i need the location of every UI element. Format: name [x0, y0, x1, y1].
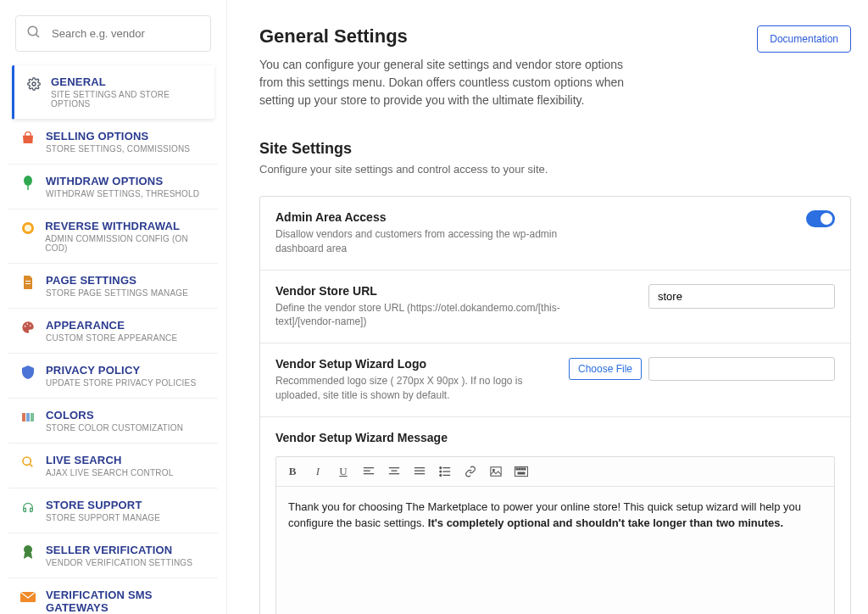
svg-rect-6: [25, 281, 31, 282]
svg-rect-40: [518, 472, 525, 474]
sidebar-item-seller-verification[interactable]: SELLER VERIFICATIONVENDOR VERIFICATION S…: [8, 533, 218, 578]
svg-point-0: [28, 26, 37, 36]
svg-rect-36: [516, 468, 518, 470]
underline-icon[interactable]: U: [336, 464, 351, 479]
sidebar-item-subtitle: STORE PAGE SETTINGS MANAGE: [46, 288, 188, 298]
sidebar-item-subtitle: VENDOR VERIFICATION SETTINGS: [46, 558, 192, 567]
sidebar-item-colors[interactable]: COLORSSTORE COLOR CUSTOMIZATION: [8, 399, 218, 444]
sidebar-item-page-settings[interactable]: PAGE SETTINGSSTORE PAGE SETTINGS MANAGE: [8, 264, 218, 309]
svg-rect-7: [25, 283, 31, 284]
row-title: Vendor Setup Wizard Message: [275, 431, 835, 444]
row-desc: Disallow vendors and customers from acce…: [275, 227, 581, 256]
shield-icon: [20, 365, 36, 380]
admin-access-toggle[interactable]: [806, 210, 835, 227]
row-vendor-store-url: Vendor Store URL Define the vendor store…: [260, 271, 850, 344]
row-wizard-logo: Vendor Setup Wizard Logo Recommended log…: [260, 343, 850, 417]
sidebar-item-general[interactable]: GENERALSITE SETTINGS AND STORE OPTIONS: [12, 65, 214, 120]
svg-line-1: [36, 34, 39, 37]
sidebar-item-subtitle: CUSTOM STORE APPEARANCE: [46, 333, 177, 343]
row-title: Admin Area Access: [275, 210, 789, 224]
sidebar-item-store-support[interactable]: STORE SUPPORTSTORE SUPPORT MANAGE: [8, 488, 218, 533]
editor-content[interactable]: Thank you for choosing The Marketplace t…: [276, 487, 834, 614]
page-title: General Settings: [259, 25, 632, 47]
keyboard-icon[interactable]: [514, 464, 529, 479]
italic-icon[interactable]: I: [310, 464, 326, 479]
swatch-icon: [20, 410, 36, 425]
svg-rect-11: [22, 413, 25, 421]
align-center-icon[interactable]: [387, 464, 402, 479]
sidebar-item-title: STORE SUPPORT: [46, 499, 160, 511]
sidebar-item-appearance[interactable]: APPEARANCECUSTOM STORE APPEARANCE: [8, 309, 218, 354]
coin-icon: [20, 220, 35, 236]
page-icon: [20, 275, 36, 290]
logo-file-display: [648, 357, 835, 381]
search-input[interactable]: [52, 27, 200, 40]
settings-sidebar: GENERALSITE SETTINGS AND STORE OPTIONSSE…: [0, 0, 227, 614]
svg-rect-13: [31, 413, 34, 421]
sidebar-item-title: LIVE SEARCH: [46, 454, 173, 466]
sidebar-item-subtitle: STORE SUPPORT MANAGE: [46, 513, 160, 522]
sidebar-item-title: SELLING OPTIONS: [46, 130, 190, 142]
main-content: General Settings You can configure your …: [227, 0, 868, 614]
link-icon[interactable]: [463, 464, 478, 479]
sidebar-item-subtitle: SITE SETTINGS AND STORE OPTIONS: [51, 90, 203, 109]
balloon-icon: [20, 176, 36, 191]
sidebar-item-privacy-policy[interactable]: PRIVACY POLICYUPDATE STORE PRIVACY POLIC…: [8, 354, 218, 399]
svg-point-34: [492, 469, 494, 471]
choose-file-button[interactable]: Choose File: [569, 358, 642, 380]
section-subtitle: Configure your site settings and control…: [259, 163, 851, 176]
palette-icon: [20, 320, 36, 335]
search-icon: [26, 25, 42, 42]
badge-icon: [20, 544, 36, 560]
svg-rect-38: [521, 468, 523, 470]
row-admin-area-access: Admin Area Access Disallow vendors and c…: [260, 197, 850, 271]
gear-icon: [26, 76, 41, 92]
list-icon[interactable]: [437, 464, 453, 479]
sidebar-item-title: PRIVACY POLICY: [46, 364, 196, 377]
sidebar-item-live-search[interactable]: LIVE SEARCHAJAX LIVE SEARCH CONTROL: [8, 444, 218, 488]
headset-icon: [20, 500, 36, 515]
svg-point-5: [25, 225, 31, 232]
documentation-button[interactable]: Documentation: [757, 25, 851, 53]
rich-text-editor: B I U Thank you for choosing The Marketp…: [275, 456, 835, 614]
svg-point-9: [26, 323, 28, 325]
image-icon[interactable]: [488, 464, 504, 479]
sidebar-item-verification-sms-gateways[interactable]: VERIFICATION SMS GATEWAYSSMS GATEWAY VER…: [8, 578, 218, 614]
sidebar-item-selling-options[interactable]: SELLING OPTIONSSTORE SETTINGS, COMMISSIO…: [8, 120, 218, 165]
align-left-icon[interactable]: [361, 464, 376, 479]
sidebar-item-subtitle: UPDATE STORE PRIVACY POLICIES: [46, 378, 196, 388]
sidebar-item-title: WITHDRAW OPTIONS: [46, 175, 199, 187]
sidebar-nav: GENERALSITE SETTINGS AND STORE OPTIONSSE…: [8, 65, 218, 614]
sms-icon: [20, 589, 36, 605]
sidebar-item-title: SELLER VERIFICATION: [46, 544, 192, 556]
bold-icon[interactable]: B: [285, 464, 300, 479]
svg-rect-37: [519, 468, 520, 470]
sidebar-item-title: COLORS: [46, 409, 183, 421]
row-desc: Recommended logo size ( 270px X 90px ). …: [275, 374, 552, 403]
editor-toolbar: B I U: [276, 457, 834, 487]
row-title: Vendor Setup Wizard Logo: [275, 357, 552, 371]
sidebar-item-subtitle: WITHDRAW SETTINGS, THRESHOLD: [46, 189, 199, 198]
sidebar-item-withdraw-options[interactable]: WITHDRAW OPTIONSWITHDRAW SETTINGS, THRES…: [8, 165, 218, 209]
sidebar-search[interactable]: [15, 15, 211, 52]
sidebar-item-title: REVERSE WITHDRAWAL: [45, 220, 206, 232]
svg-rect-12: [26, 413, 30, 421]
svg-point-27: [440, 467, 442, 469]
sidebar-item-reverse-withdrawal[interactable]: REVERSE WITHDRAWALADMIN COMMISSION CONFI…: [8, 209, 218, 264]
settings-table: Admin Area Access Disallow vendors and c…: [259, 196, 851, 614]
vendor-store-url-input[interactable]: [648, 284, 835, 309]
svg-point-3: [24, 176, 32, 186]
svg-point-16: [24, 545, 32, 554]
svg-point-2: [32, 82, 36, 86]
svg-point-14: [23, 457, 31, 465]
align-justify-icon[interactable]: [412, 464, 427, 479]
sidebar-item-subtitle: AJAX LIVE SEARCH CONTROL: [46, 468, 173, 477]
row-wizard-message: Vendor Setup Wizard Message B I U: [260, 417, 850, 614]
row-title: Vendor Store URL: [275, 284, 632, 298]
svg-point-29: [440, 471, 442, 472]
sidebar-item-title: VERIFICATION SMS GATEWAYS: [46, 589, 206, 614]
section-title: Site Settings: [259, 140, 851, 158]
row-desc: Define the vendor store URL (https://ote…: [275, 301, 581, 330]
svg-rect-39: [524, 468, 526, 470]
svg-point-10: [30, 325, 31, 327]
